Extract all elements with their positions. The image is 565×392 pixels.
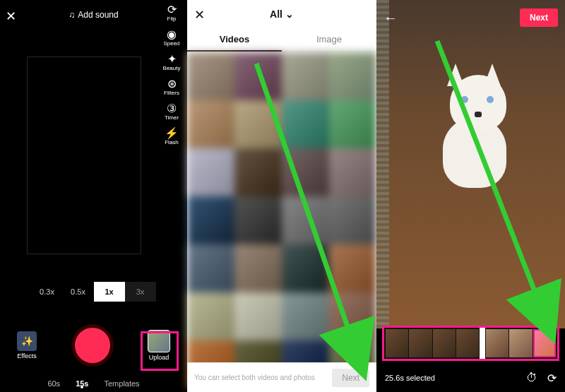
beauty-label: Beauty — [163, 65, 181, 71]
timer-icon: ③ — [159, 103, 184, 114]
media-thumbnail[interactable] — [187, 292, 234, 340]
flip-label: Flip — [167, 16, 177, 22]
timeline-frame[interactable] — [509, 329, 532, 357]
duration-tabs: 60s 15s Templates — [0, 379, 187, 388]
media-thumbnail[interactable] — [329, 292, 376, 340]
dog-image — [422, 61, 528, 202]
media-thumbnail[interactable] — [187, 52, 234, 100]
camera-viewfinder — [27, 57, 141, 254]
media-thumbnail[interactable] — [329, 244, 376, 292]
zoom-0-3x[interactable]: 0.3x — [32, 282, 63, 302]
media-thumbnail[interactable] — [234, 292, 282, 340]
beauty-icon: ✦ — [159, 54, 184, 65]
filters-button[interactable]: ⊛Filters — [159, 78, 184, 96]
camera-screen: ✕ ♫ Add sound ⟳Flip ◉Speed ✦Beauty ⊛Filt… — [0, 0, 187, 392]
picker-hint-text: You can select both videos and photos — [194, 374, 332, 381]
curtain-decoration — [376, 0, 389, 328]
timeline-frame[interactable] — [533, 329, 556, 357]
picker-footer: You can select both videos and photos Ne… — [187, 362, 376, 392]
camera-side-tools: ⟳Flip ◉Speed ✦Beauty ⊛Filters ③Timer ⚡Fl… — [159, 4, 184, 145]
speed-icon[interactable]: ⏱ — [526, 372, 537, 384]
media-thumbnail[interactable] — [329, 196, 376, 244]
media-thumbnail[interactable] — [234, 148, 282, 196]
media-thumbnail[interactable] — [282, 52, 329, 100]
tab-templates[interactable]: Templates — [104, 379, 139, 388]
next-button[interactable]: Next — [332, 369, 369, 387]
media-thumbnail[interactable] — [329, 148, 376, 196]
active-dot-icon — [81, 386, 83, 388]
media-thumbnail[interactable] — [282, 196, 329, 244]
media-thumbnail[interactable] — [282, 148, 329, 196]
zoom-bar: 0.3x 0.5x 1x 3x — [0, 282, 187, 302]
flash-button[interactable]: ⚡Flash — [159, 128, 184, 145]
timeline-frame[interactable] — [433, 329, 456, 357]
timeline-frame[interactable] — [409, 329, 432, 357]
media-thumbnail[interactable] — [282, 292, 329, 340]
beauty-button[interactable]: ✦Beauty — [159, 54, 184, 71]
media-thumbnail[interactable] — [187, 148, 234, 196]
add-sound-button[interactable]: ♫ Add sound — [69, 10, 118, 20]
media-thumbnail[interactable] — [329, 100, 376, 148]
zoom-3x[interactable]: 3x — [125, 282, 156, 302]
media-thumbnail[interactable] — [234, 100, 282, 148]
video-preview — [376, 0, 565, 328]
media-thumbnail[interactable] — [329, 52, 376, 100]
timeline-frame[interactable] — [456, 329, 479, 357]
speed-label: Speed — [163, 40, 179, 47]
picker-top-bar: ✕ All ⌄ — [187, 0, 376, 28]
media-thumbnail[interactable] — [234, 52, 282, 100]
flash-icon: ⚡ — [159, 128, 184, 139]
timeline-strip[interactable] — [382, 326, 559, 361]
flash-label: Flash — [165, 139, 179, 145]
record-button[interactable] — [71, 324, 114, 367]
trim-footer: 25.6s selected ⏱ ⟳ — [376, 364, 565, 392]
filters-label: Filters — [164, 90, 179, 96]
timeline-frame[interactable] — [386, 329, 408, 357]
media-type-tabs: Videos Image — [187, 28, 376, 52]
rotate-icon[interactable]: ⟳ — [547, 372, 557, 385]
timeline-frame[interactable] — [486, 329, 509, 357]
flip-icon: ⟳ — [159, 4, 184, 16]
album-label: All — [270, 8, 282, 20]
timer-button[interactable]: ③Timer — [159, 103, 184, 121]
effects-icon: ✨ — [17, 331, 37, 351]
back-icon[interactable]: ← — [383, 10, 398, 26]
media-thumbnail[interactable] — [234, 244, 282, 292]
tab-60s[interactable]: 60s — [47, 379, 60, 388]
speed-button[interactable]: ◉Speed — [159, 29, 184, 47]
chevron-down-icon: ⌄ — [285, 8, 294, 20]
media-thumbnail[interactable] — [282, 244, 329, 292]
selected-duration-text: 25.6s selected — [385, 374, 435, 382]
media-grid[interactable] — [187, 52, 376, 362]
trim-screen: ← Next 25.6s selected ⏱ ⟳ — [376, 0, 565, 392]
media-thumbnail[interactable] — [234, 196, 282, 244]
media-thumbnail[interactable] — [187, 100, 234, 148]
close-icon[interactable]: ✕ — [6, 8, 16, 24]
add-sound-label: Add sound — [78, 10, 118, 20]
filters-icon: ⊛ — [159, 78, 184, 90]
album-dropdown[interactable]: All ⌄ — [270, 8, 294, 20]
media-thumbnail[interactable] — [282, 100, 329, 148]
timer-label: Timer — [165, 114, 179, 121]
media-thumbnail[interactable] — [187, 196, 234, 244]
music-note-icon: ♫ — [69, 10, 75, 20]
effects-label: Effects — [17, 352, 36, 360]
trim-handle[interactable] — [480, 328, 485, 359]
tab-videos[interactable]: Videos — [187, 28, 282, 52]
speed-icon: ◉ — [159, 29, 184, 40]
upload-highlight-box — [141, 331, 179, 371]
flip-button[interactable]: ⟳Flip — [159, 4, 184, 22]
tab-15s[interactable]: 15s — [76, 379, 88, 388]
close-icon[interactable]: ✕ — [194, 7, 205, 23]
zoom-1x[interactable]: 1x — [94, 282, 125, 302]
gallery-picker-screen: ✕ All ⌄ Videos Image You can select both… — [187, 0, 376, 392]
next-button[interactable]: Next — [520, 8, 558, 27]
media-thumbnail[interactable] — [187, 244, 234, 292]
effects-button[interactable]: ✨ Effects — [13, 331, 41, 360]
zoom-0-5x[interactable]: 0.5x — [63, 282, 94, 302]
tab-image[interactable]: Image — [282, 28, 376, 52]
